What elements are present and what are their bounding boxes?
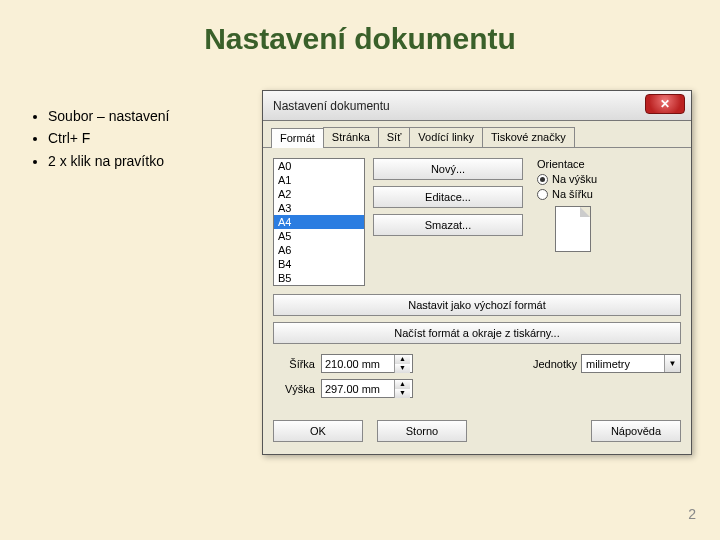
page-preview-icon bbox=[555, 206, 591, 252]
width-field[interactable]: ▲▼ bbox=[321, 354, 413, 373]
tab-grid[interactable]: Síť bbox=[378, 127, 411, 147]
close-button[interactable]: ✕ bbox=[645, 94, 685, 114]
orientation-label: Orientace bbox=[537, 158, 681, 170]
height-label: Výška bbox=[273, 383, 315, 395]
load-printer-button[interactable]: Načíst formát a okraje z tiskárny... bbox=[273, 322, 681, 344]
chevron-up-icon[interactable]: ▲ bbox=[394, 380, 410, 389]
bullet-list: Soubor – nastavení Ctrl+ F 2 x klik na p… bbox=[30, 105, 169, 172]
radio-label: Na výšku bbox=[552, 173, 597, 185]
list-item[interactable]: A3 bbox=[274, 201, 364, 215]
list-item[interactable]: A5 bbox=[274, 229, 364, 243]
ok-button[interactable]: OK bbox=[273, 420, 363, 442]
cancel-button[interactable]: Storno bbox=[377, 420, 467, 442]
bullet-item: 2 x klik na pravítko bbox=[48, 150, 169, 172]
help-button[interactable]: Nápověda bbox=[591, 420, 681, 442]
document-settings-dialog: Nastavení dokumentu ✕ Formát Stránka Síť… bbox=[262, 90, 692, 455]
radio-icon bbox=[537, 189, 548, 200]
height-field[interactable]: ▲▼ bbox=[321, 379, 413, 398]
list-item[interactable]: A0 bbox=[274, 159, 364, 173]
list-item[interactable]: A2 bbox=[274, 187, 364, 201]
list-item[interactable]: B4 bbox=[274, 257, 364, 271]
tab-page[interactable]: Stránka bbox=[323, 127, 379, 147]
list-item[interactable]: A1 bbox=[274, 173, 364, 187]
height-spinner[interactable]: ▲▼ bbox=[394, 380, 410, 398]
units-value: milimetry bbox=[582, 358, 664, 370]
edit-button[interactable]: Editace... bbox=[373, 186, 523, 208]
list-item[interactable]: A6 bbox=[274, 243, 364, 257]
chevron-down-icon[interactable]: ▼ bbox=[664, 355, 680, 372]
titlebar[interactable]: Nastavení dokumentu ✕ bbox=[263, 91, 691, 121]
radio-landscape[interactable]: Na šířku bbox=[537, 188, 681, 200]
delete-button[interactable]: Smazat... bbox=[373, 214, 523, 236]
radio-label: Na šířku bbox=[552, 188, 593, 200]
dialog-title: Nastavení dokumentu bbox=[273, 99, 390, 113]
width-label: Šířka bbox=[273, 358, 315, 370]
bullet-item: Ctrl+ F bbox=[48, 127, 169, 149]
units-combo[interactable]: milimetry ▼ bbox=[581, 354, 681, 373]
list-item-selected[interactable]: A4 bbox=[274, 215, 364, 229]
new-button[interactable]: Nový... bbox=[373, 158, 523, 180]
dialog-footer: OK Storno Nápověda bbox=[263, 412, 691, 454]
format-listbox[interactable]: A0 A1 A2 A3 A4 A5 A6 B4 B5 bbox=[273, 158, 365, 286]
radio-portrait[interactable]: Na výšku bbox=[537, 173, 681, 185]
height-input[interactable] bbox=[322, 383, 394, 395]
units-label: Jednotky bbox=[533, 358, 575, 370]
width-spinner[interactable]: ▲▼ bbox=[394, 355, 410, 373]
width-input[interactable] bbox=[322, 358, 394, 370]
bullet-item: Soubor – nastavení bbox=[48, 105, 169, 127]
page-number: 2 bbox=[688, 506, 696, 522]
dialog-body: A0 A1 A2 A3 A4 A5 A6 B4 B5 Nový... Edita… bbox=[263, 148, 691, 412]
set-default-button[interactable]: Nastavit jako výchozí formát bbox=[273, 294, 681, 316]
tab-format[interactable]: Formát bbox=[271, 128, 324, 148]
slide-title: Nastavení dokumentu bbox=[0, 0, 720, 56]
list-item[interactable]: B5 bbox=[274, 271, 364, 285]
tab-guides[interactable]: Vodící linky bbox=[409, 127, 483, 147]
tab-printmarks[interactable]: Tiskové značky bbox=[482, 127, 575, 147]
chevron-up-icon[interactable]: ▲ bbox=[394, 355, 410, 364]
chevron-down-icon[interactable]: ▼ bbox=[394, 389, 410, 398]
tab-strip: Formát Stránka Síť Vodící linky Tiskové … bbox=[263, 121, 691, 148]
chevron-down-icon[interactable]: ▼ bbox=[394, 364, 410, 373]
radio-icon bbox=[537, 174, 548, 185]
